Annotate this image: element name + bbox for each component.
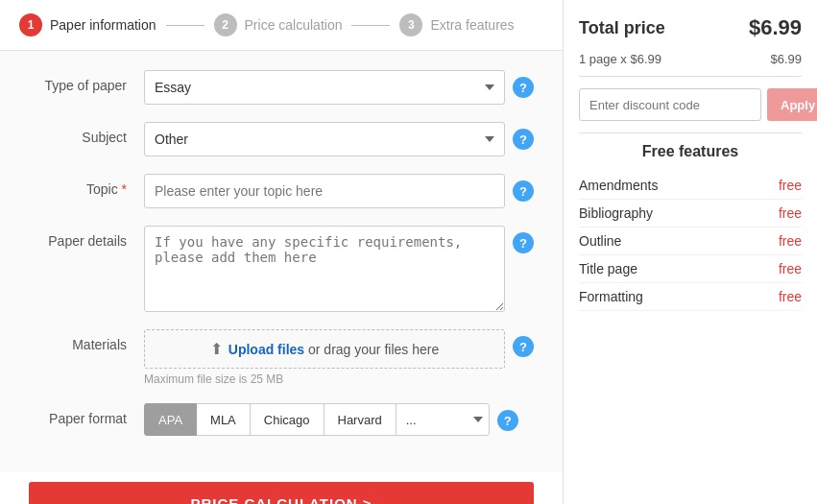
topic-input[interactable] — [144, 174, 505, 208]
step-2-circle: 2 — [214, 13, 237, 36]
total-price-value: $6.99 — [749, 15, 802, 40]
type-of-paper-select[interactable]: Essay Research Paper Coursework — [144, 70, 505, 105]
price-breakdown-row: 1 page x $6.99 $6.99 — [579, 52, 802, 77]
apply-button[interactable]: Apply — [767, 88, 817, 121]
format-btn-mla[interactable]: MLA — [196, 403, 251, 436]
upload-area: ⬆ Upload files or drag your files here M… — [144, 329, 505, 386]
subject-control: Other Biology Chemistry ? — [144, 122, 534, 156]
feature-title-page-badge: free — [779, 261, 802, 276]
feature-outline-badge: free — [779, 233, 802, 249]
type-of-paper-row: Type of paper Essay Research Paper Cours… — [29, 70, 534, 105]
format-more-select[interactable]: ... Turabian Vancouver — [396, 403, 490, 436]
stepper: 1 Paper information 2 Price calculation … — [0, 0, 563, 51]
price-breakdown-value: $6.99 — [770, 52, 802, 66]
subject-row: Subject Other Biology Chemistry ? — [29, 122, 534, 156]
format-btn-harvard[interactable]: Harvard — [324, 403, 396, 436]
step-3[interactable]: 3 Extra features — [399, 13, 514, 36]
type-of-paper-control: Essay Research Paper Coursework ? — [144, 70, 534, 105]
materials-help-icon[interactable]: ? — [513, 336, 534, 357]
paper-format-help-icon[interactable]: ? — [497, 410, 518, 431]
feature-row-amendments: Amendments free — [579, 172, 802, 200]
upload-note: Maximum file size is 25 MB — [144, 372, 505, 386]
feature-outline-name: Outline — [579, 233, 621, 249]
materials-row: Materials ⬆ Upload files or drag your fi… — [29, 329, 534, 386]
feature-formatting-badge: free — [779, 289, 802, 304]
step-divider-1 — [166, 25, 204, 26]
step-1-circle: 1 — [19, 13, 42, 36]
paper-format-label: Paper format — [29, 403, 144, 426]
paper-details-help-icon[interactable]: ? — [513, 232, 534, 253]
upload-link-text[interactable]: Upload files — [228, 342, 304, 357]
paper-details-textarea[interactable] — [144, 226, 505, 312]
upload-rest-text: or drag your files here — [304, 342, 439, 357]
format-btn-chicago[interactable]: Chicago — [250, 403, 324, 436]
price-calculation-button[interactable]: PRICE CALCULATION > — [29, 482, 534, 504]
free-features-section: Free features Amendments free Bibliograp… — [579, 132, 802, 311]
price-breakdown-text: 1 page x $6.99 — [579, 52, 661, 66]
step-divider-2 — [351, 25, 390, 26]
upload-text: Upload files or drag your files here — [228, 342, 439, 357]
step-1[interactable]: 1 Paper information — [19, 13, 156, 36]
step-1-label: Paper information — [50, 17, 156, 33]
type-of-paper-help-icon[interactable]: ? — [513, 77, 534, 98]
format-buttons-group: APA MLA Chicago Harvard ... Turabian Van… — [144, 403, 490, 436]
paper-details-label: Paper details — [29, 226, 144, 249]
materials-control: ⬆ Upload files or drag your files here M… — [144, 329, 534, 386]
feature-row-title-page: Title page free — [579, 255, 802, 283]
total-price-label: Total price — [579, 18, 665, 38]
upload-icon: ⬆ — [210, 340, 223, 358]
feature-row-formatting: Formatting free — [579, 283, 802, 311]
subject-select[interactable]: Other Biology Chemistry — [144, 122, 505, 156]
paper-details-control: ? — [144, 226, 534, 312]
feature-formatting-name: Formatting — [579, 289, 643, 304]
paper-format-row: Paper format APA MLA Chicago Harvard ...… — [29, 403, 534, 436]
feature-bibliography-badge: free — [779, 205, 802, 221]
discount-row: Apply — [579, 88, 802, 121]
feature-row-bibliography: Bibliography free — [579, 200, 802, 228]
feature-amendments-badge: free — [779, 178, 802, 193]
format-btn-apa[interactable]: APA — [144, 403, 197, 436]
right-panel: Total price $6.99 1 page x $6.99 $6.99 A… — [563, 0, 817, 504]
paper-format-control: APA MLA Chicago Harvard ... Turabian Van… — [144, 403, 534, 436]
paper-details-row: Paper details ? — [29, 226, 534, 312]
subject-label: Subject — [29, 122, 144, 145]
feature-row-outline: Outline free — [579, 228, 802, 255]
form-area: Type of paper Essay Research Paper Cours… — [0, 51, 563, 472]
materials-label: Materials — [29, 329, 144, 352]
features-list: Amendments free Bibliography free Outlin… — [579, 172, 802, 311]
discount-input[interactable] — [579, 88, 761, 121]
step-2[interactable]: 2 Price calculation — [214, 13, 343, 36]
free-features-title: Free features — [579, 143, 802, 160]
type-of-paper-label: Type of paper — [29, 70, 144, 93]
topic-control: ? — [144, 174, 534, 208]
total-price-row: Total price $6.99 — [579, 15, 802, 40]
topic-row: Topic * ? — [29, 174, 534, 208]
step-3-circle: 3 — [399, 13, 422, 36]
topic-help-icon[interactable]: ? — [513, 180, 534, 202]
step-3-label: Extra features — [430, 17, 514, 33]
step-2-label: Price calculation — [245, 17, 343, 33]
upload-box[interactable]: ⬆ Upload files or drag your files here — [144, 329, 505, 369]
subject-help-icon[interactable]: ? — [513, 129, 534, 150]
feature-bibliography-name: Bibliography — [579, 205, 653, 221]
feature-title-page-name: Title page — [579, 261, 637, 276]
feature-amendments-name: Amendments — [579, 178, 658, 193]
topic-label: Topic * — [29, 174, 144, 197]
